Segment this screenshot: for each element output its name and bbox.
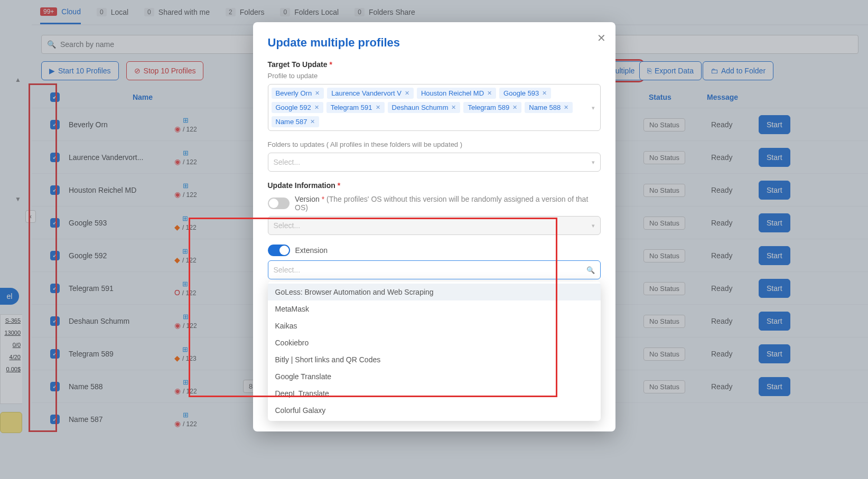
extension-option[interactable]: Cookiebro [268,334,601,351]
remove-chip-icon[interactable]: ✕ [542,90,547,97]
remove-chip-icon[interactable]: ✕ [314,104,319,111]
remove-chip-icon[interactable]: ✕ [564,104,568,111]
remove-chip-icon[interactable]: ✕ [376,104,380,111]
extension-option[interactable]: Google Translate [268,368,601,385]
profile-chip[interactable]: Telegram 589 ✕ [463,102,521,113]
profile-chip[interactable]: Google 592 ✕ [272,102,323,113]
extension-select[interactable]: Select... 🔍 [268,260,601,279]
remove-chip-icon[interactable]: ✕ [310,118,315,125]
update-info-label: Update Information * [268,181,601,190]
search-icon: 🔍 [586,266,595,274]
target-label: Target To Update * [268,60,601,69]
chevron-down-icon[interactable]: ▾ [592,222,595,229]
remove-chip-icon[interactable]: ✕ [512,104,517,111]
chevron-down-icon[interactable]: ▾ [592,104,595,111]
profile-chip[interactable]: Name 587 ✕ [272,116,320,127]
profile-chip[interactable]: Laurence Vandervort V ✕ [327,88,414,99]
folders-select[interactable]: Select... ▾ [268,153,601,172]
extension-toggle[interactable] [268,245,290,256]
profile-chip[interactable]: Beverly Orn ✕ [272,88,324,99]
remove-chip-icon[interactable]: ✕ [451,104,456,111]
folders-sublabel: Folders to updates ( All profiles in the… [268,140,601,148]
profile-chip[interactable]: Google 593 ✕ [499,88,551,99]
extension-option[interactable]: Kaikas [268,317,601,334]
extension-option[interactable]: Bitly | Short links and QR Codes [268,351,601,368]
update-profiles-modal: ✕ Update multiple profiles Target To Upd… [253,22,615,431]
profile-sublabel: Profile to update [268,72,601,80]
profile-chip[interactable]: Telegram 591 ✕ [326,102,385,113]
modal-title: Update multiple profiles [268,36,601,50]
extension-option[interactable]: Colorful Galaxy [268,402,601,419]
profile-chip[interactable]: Houston Reichel MD ✕ [417,88,496,99]
remove-chip-icon[interactable]: ✕ [487,90,492,97]
remove-chip-icon[interactable]: ✕ [405,90,409,97]
profiles-multiselect[interactable]: Beverly Orn ✕Laurence Vandervort V ✕Hous… [268,84,601,131]
close-icon[interactable]: ✕ [597,32,606,44]
extension-label: Extension [295,246,328,255]
placeholder: Select... [274,266,301,274]
chevron-down-icon[interactable]: ▾ [592,159,595,166]
extension-option[interactable]: GoLess: Browser Automation and Web Scrap… [268,284,601,300]
extension-dropdown: GoLess: Browser Automation and Web Scrap… [268,281,601,421]
profile-chip[interactable]: Deshaun Schumm ✕ [388,102,461,113]
remove-chip-icon[interactable]: ✕ [315,90,320,97]
placeholder: Select... [274,158,301,166]
extension-option[interactable]: MetaMask [268,300,601,317]
version-select[interactable]: Select... ▾ [268,216,601,235]
version-label: Version * (The profiles' OS without this… [295,195,600,212]
placeholder: Select... [274,221,301,230]
extension-option[interactable]: DeepL Translate [268,385,601,402]
profile-chip[interactable]: Name 588 ✕ [525,102,573,113]
version-toggle[interactable] [268,198,290,209]
